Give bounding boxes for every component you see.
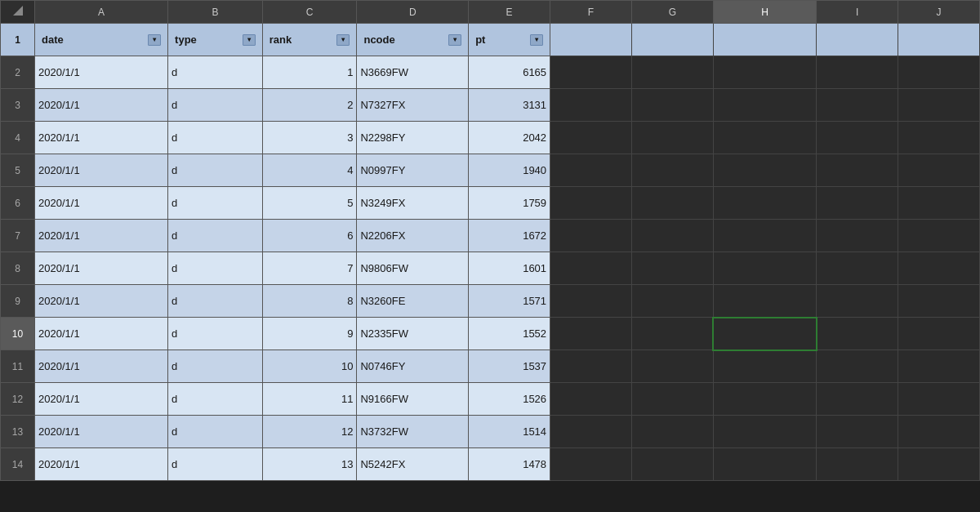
type-cell[interactable]: d	[168, 220, 263, 252]
row-number: 5	[1, 154, 35, 187]
col-header-A[interactable]: A	[35, 1, 168, 24]
pt-cell[interactable]: 1940	[469, 154, 550, 187]
empty-cell	[898, 24, 980, 56]
type-cell[interactable]: d	[168, 154, 263, 187]
rank-cell[interactable]: 7	[262, 252, 357, 285]
date-cell[interactable]: 2020/1/1	[35, 56, 168, 89]
date-cell[interactable]: 2020/1/1	[35, 350, 168, 383]
empty-cell	[817, 285, 898, 318]
type-cell[interactable]: d	[168, 252, 263, 285]
pt-cell[interactable]: 1672	[469, 220, 550, 252]
empty-cell	[898, 89, 980, 122]
col-header-B[interactable]: B	[168, 1, 263, 24]
date-cell[interactable]: 2020/1/1	[35, 383, 168, 416]
header-ncode-label: ncode	[363, 33, 394, 46]
rank-cell[interactable]: 4	[262, 154, 357, 187]
rank-cell[interactable]: 3	[262, 122, 357, 154]
pt-cell[interactable]: 1571	[469, 285, 550, 318]
type-cell[interactable]: d	[168, 350, 263, 383]
col-header-C[interactable]: C	[262, 1, 357, 24]
ncode-cell[interactable]: N2206FX	[357, 220, 469, 252]
type-cell[interactable]: d	[168, 122, 263, 154]
col-header-I[interactable]: I	[817, 1, 898, 24]
date-cell[interactable]: 2020/1/1	[35, 220, 168, 252]
type-cell[interactable]: d	[168, 285, 263, 318]
ncode-cell[interactable]: N5242FX	[357, 448, 469, 481]
filter-pt-button[interactable]: ▾	[530, 34, 543, 46]
ncode-cell[interactable]: N3260FE	[357, 285, 469, 318]
date-cell[interactable]: 2020/1/1	[35, 448, 168, 481]
ncode-cell[interactable]: N3732FW	[357, 416, 469, 448]
date-cell[interactable]: 2020/1/1	[35, 122, 168, 154]
pt-cell[interactable]: 1601	[469, 252, 550, 285]
type-cell[interactable]: d	[168, 383, 263, 416]
pt-cell[interactable]: 1526	[469, 383, 550, 416]
pt-cell[interactable]: 1514	[469, 416, 550, 448]
header-rank-cell[interactable]: rank ▾	[262, 24, 357, 56]
type-cell[interactable]: d	[168, 187, 263, 220]
empty-cell	[713, 154, 816, 187]
ncode-cell[interactable]: N2335FW	[357, 318, 469, 350]
type-cell[interactable]: d	[168, 448, 263, 481]
header-date-cell[interactable]: date ▾	[35, 24, 168, 56]
filter-type-button[interactable]: ▾	[243, 34, 256, 46]
rank-cell[interactable]: 8	[262, 285, 357, 318]
ncode-cell[interactable]: N0746FY	[357, 350, 469, 383]
type-cell[interactable]: d	[168, 89, 263, 122]
header-pt-cell[interactable]: pt ▾	[469, 24, 550, 56]
empty-cell	[713, 24, 816, 56]
type-cell[interactable]: d	[168, 416, 263, 448]
empty-cell	[631, 350, 713, 383]
pt-cell[interactable]: 6165	[469, 56, 550, 89]
date-cell[interactable]: 2020/1/1	[35, 416, 168, 448]
date-cell[interactable]: 2020/1/1	[35, 285, 168, 318]
pt-cell[interactable]: 1478	[469, 448, 550, 481]
empty-cell	[817, 24, 898, 56]
col-header-E[interactable]: E	[469, 1, 550, 24]
rank-cell[interactable]: 11	[262, 383, 357, 416]
ncode-cell[interactable]: N0997FY	[357, 154, 469, 187]
date-cell[interactable]: 2020/1/1	[35, 154, 168, 187]
rank-cell[interactable]: 9	[262, 318, 357, 350]
table-row: 52020/1/1d4N0997FY1940	[1, 154, 980, 187]
filter-rank-button[interactable]: ▾	[336, 34, 350, 46]
header-ncode-cell[interactable]: ncode ▾	[357, 24, 469, 56]
rank-cell[interactable]: 2	[262, 89, 357, 122]
date-cell[interactable]: 2020/1/1	[35, 252, 168, 285]
ncode-cell[interactable]: N2298FY	[357, 122, 469, 154]
date-cell[interactable]: 2020/1/1	[35, 318, 168, 350]
ncode-cell[interactable]: N9166FW	[357, 383, 469, 416]
date-cell[interactable]: 2020/1/1	[35, 187, 168, 220]
rank-cell[interactable]: 1	[262, 56, 357, 89]
ncode-cell[interactable]: N3669FW	[357, 56, 469, 89]
col-header-H[interactable]: H	[713, 1, 816, 24]
col-header-D[interactable]: D	[357, 1, 469, 24]
empty-cell	[713, 285, 816, 318]
active-cell-h10[interactable]	[713, 318, 816, 350]
rank-cell[interactable]: 13	[262, 448, 357, 481]
rank-cell[interactable]: 10	[262, 350, 357, 383]
col-header-F[interactable]: F	[550, 1, 632, 24]
pt-cell[interactable]: 2042	[469, 122, 550, 154]
empty-cell	[550, 89, 632, 122]
pt-cell[interactable]: 1537	[469, 350, 550, 383]
type-cell[interactable]: d	[168, 318, 263, 350]
ncode-cell[interactable]: N7327FX	[357, 89, 469, 122]
pt-cell[interactable]: 1759	[469, 187, 550, 220]
rank-cell[interactable]: 5	[262, 187, 357, 220]
rank-cell[interactable]: 12	[262, 416, 357, 448]
pt-cell[interactable]: 3131	[469, 89, 550, 122]
table-row: 32020/1/1d2N7327FX3131	[1, 89, 980, 122]
pt-cell[interactable]: 1552	[469, 318, 550, 350]
empty-cell	[631, 187, 713, 220]
ncode-cell[interactable]: N9806FW	[357, 252, 469, 285]
header-type-cell[interactable]: type ▾	[168, 24, 263, 56]
filter-date-button[interactable]: ▾	[148, 34, 161, 46]
date-cell[interactable]: 2020/1/1	[35, 89, 168, 122]
col-header-J[interactable]: J	[898, 1, 980, 24]
filter-ncode-button[interactable]: ▾	[448, 34, 461, 46]
ncode-cell[interactable]: N3249FX	[357, 187, 469, 220]
type-cell[interactable]: d	[168, 56, 263, 89]
col-header-G[interactable]: G	[631, 1, 713, 24]
rank-cell[interactable]: 6	[262, 220, 357, 252]
